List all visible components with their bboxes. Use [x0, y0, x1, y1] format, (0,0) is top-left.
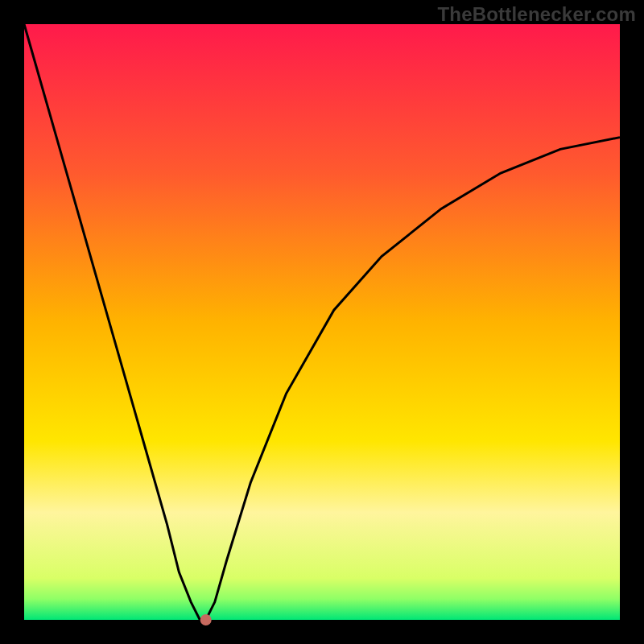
optimum-marker [200, 614, 212, 625]
chart-frame: TheBottlenecker.com [0, 0, 644, 644]
bottleneck-chart [0, 0, 644, 644]
gradient-plot-area [24, 24, 620, 620]
watermark-text: TheBottlenecker.com [437, 3, 636, 26]
